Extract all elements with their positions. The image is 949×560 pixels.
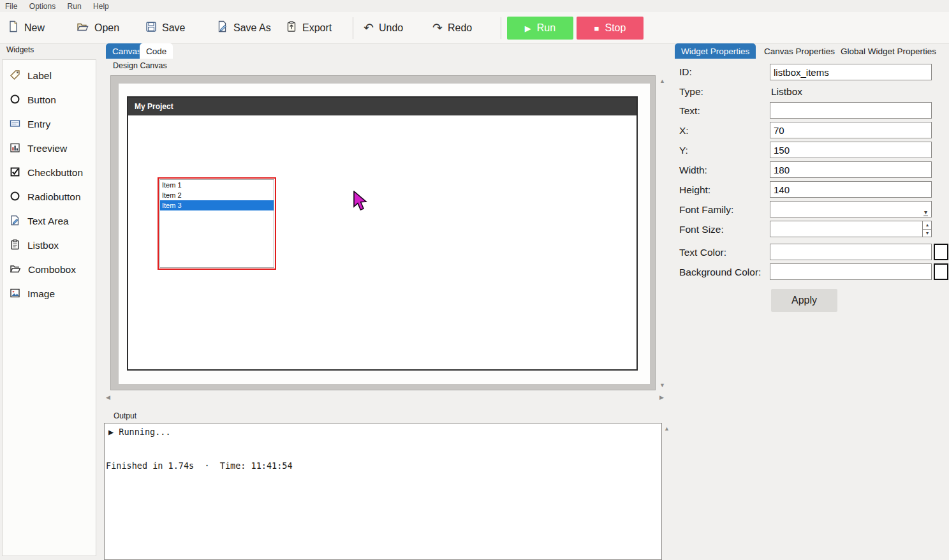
save-as-button[interactable]: Save As	[217, 12, 271, 43]
hscroll-left-arrow[interactable]: ◀	[106, 395, 110, 401]
listbox-item-1[interactable]: Item 1	[160, 180, 274, 190]
listbox-icon	[10, 239, 20, 253]
apply-button[interactable]: Apply	[771, 289, 837, 312]
preview-window: My Project Item 1 Item 2 Item 3	[127, 96, 638, 371]
new-file-icon	[8, 20, 19, 35]
open-button[interactable]: Open	[77, 12, 119, 43]
background-color-swatch[interactable]	[934, 263, 948, 280]
x-input[interactable]	[770, 122, 932, 138]
y-input[interactable]	[770, 142, 932, 158]
run-button[interactable]: ▶ Run	[507, 17, 573, 40]
text-label: Text:	[679, 105, 700, 117]
widget-item-radiobutton[interactable]: Radiobutton	[3, 185, 96, 209]
open-folder-icon	[77, 21, 89, 35]
tab-canvas-properties[interactable]: Canvas Properties	[758, 43, 841, 59]
widget-item-label[interactable]: Label	[3, 64, 96, 88]
text-input[interactable]	[770, 102, 932, 119]
widget-item-checkbutton[interactable]: Checkbutton	[3, 161, 96, 185]
toolbar-separator-2	[501, 17, 501, 39]
output-scroll-up-arrow[interactable]: ▲	[664, 426, 670, 432]
font-family-label: Font Family:	[679, 204, 733, 216]
redo-label: Redo	[448, 22, 472, 34]
widget-item-entry[interactable]: Entry	[3, 112, 96, 136]
save-as-label: Save As	[233, 22, 271, 34]
stop-square-icon: ■	[594, 24, 600, 33]
new-button[interactable]: New	[8, 12, 45, 43]
design-canvas-label: Design Canvas	[113, 61, 167, 70]
listbox-item-3-selected[interactable]: Item 3	[160, 200, 274, 210]
preview-titlebar: My Project	[128, 98, 636, 115]
output-panel-title: Output	[114, 411, 136, 420]
widget-item-treeview[interactable]: Treeview	[3, 136, 96, 161]
id-label: ID:	[679, 66, 692, 78]
play-icon: ▶	[525, 24, 531, 33]
listbox-widget[interactable]: Item 1 Item 2 Item 3	[159, 179, 274, 268]
text-color-swatch[interactable]	[934, 244, 948, 260]
widget-item-combobox[interactable]: Combobox	[3, 258, 96, 282]
undo-icon: ↶	[364, 22, 374, 34]
text-color-input[interactable]	[770, 244, 932, 260]
bar-chart-icon	[10, 142, 20, 156]
height-input[interactable]	[770, 181, 932, 198]
save-label: Save	[162, 22, 185, 34]
menu-bar: File Options Run Help	[0, 0, 949, 12]
font-family-select[interactable]	[770, 201, 932, 217]
font-size-spin-buttons[interactable]: ▴ ▾	[922, 221, 932, 237]
vscroll-down-arrow[interactable]: ▼	[659, 383, 665, 388]
design-canvas-viewport[interactable]: My Project Item 1 Item 2 Item 3	[110, 75, 656, 390]
widget-item-text: Text Area	[27, 216, 69, 227]
menu-file[interactable]: File	[5, 1, 17, 11]
widget-item-text: Listbox	[27, 240, 59, 251]
background-color-input[interactable]	[770, 263, 932, 280]
font-family-dropdown-arrow[interactable]: ▾	[922, 202, 931, 217]
tab-global-widget-properties[interactable]: Global Widget Properties	[834, 43, 943, 59]
open-label: Open	[94, 22, 119, 34]
widget-item-text-area[interactable]: Text Area	[3, 209, 96, 233]
tab-widget-properties[interactable]: Widget Properties	[675, 43, 756, 59]
x-label: X:	[679, 125, 689, 136]
save-button[interactable]: Save	[145, 12, 185, 43]
run-label: Run	[537, 22, 555, 34]
listbox-widget-selection[interactable]: Item 1 Item 2 Item 3	[158, 177, 276, 270]
output-console[interactable]: ▶ Running... Finished in 1.74s · Time: 1…	[104, 423, 662, 560]
entry-field-icon	[10, 118, 20, 131]
undo-button[interactable]: ↶ Undo	[364, 12, 403, 43]
hscroll-right-arrow[interactable]: ▶	[659, 395, 664, 401]
toolbar-separator	[353, 17, 353, 39]
background-color-label: Background Color:	[679, 267, 761, 278]
spin-up-icon[interactable]: ▴	[923, 221, 932, 230]
tab-code[interactable]: Code	[140, 43, 173, 59]
widgets-panel: Label Button Entry Treeview Checkbutton …	[2, 59, 96, 556]
widget-item-listbox[interactable]: Listbox	[3, 233, 96, 258]
spin-down-icon[interactable]: ▾	[923, 230, 932, 237]
vscroll-up-arrow[interactable]: ▲	[659, 78, 665, 84]
text-area-icon	[10, 215, 20, 228]
redo-button[interactable]: ↷ Redo	[432, 12, 472, 43]
widget-item-button[interactable]: Button	[3, 88, 96, 112]
menu-help[interactable]: Help	[93, 1, 109, 11]
type-value: Listbox	[771, 86, 802, 98]
widget-item-image[interactable]: Image	[3, 282, 96, 306]
design-canvas-page[interactable]: My Project Item 1 Item 2 Item 3	[119, 84, 650, 384]
output-line-finished: Finished in 1.74s · Time: 11:41:54	[106, 461, 293, 471]
widget-item-text: Label	[27, 70, 52, 82]
listbox-item-2[interactable]: Item 2	[160, 190, 274, 200]
stop-label: Stop	[605, 22, 626, 34]
menu-options[interactable]: Options	[29, 1, 55, 11]
font-size-spinner[interactable]	[770, 221, 932, 237]
widget-item-text: Entry	[27, 119, 50, 130]
circle-icon	[10, 94, 20, 107]
type-label: Type:	[679, 86, 703, 98]
width-input[interactable]	[770, 161, 932, 178]
widget-item-text: Checkbutton	[27, 167, 83, 179]
export-button[interactable]: Export	[286, 12, 332, 43]
chevron-down-icon: ▾	[923, 209, 928, 216]
stop-button[interactable]: ■ Stop	[577, 17, 644, 40]
widget-item-text: Treeview	[27, 143, 67, 154]
widget-item-text: Combobox	[28, 264, 76, 276]
menu-run[interactable]: Run	[68, 1, 82, 11]
tag-icon	[10, 70, 20, 83]
export-icon	[286, 20, 297, 35]
id-input[interactable]	[770, 64, 932, 80]
widget-item-text: Button	[27, 94, 56, 106]
